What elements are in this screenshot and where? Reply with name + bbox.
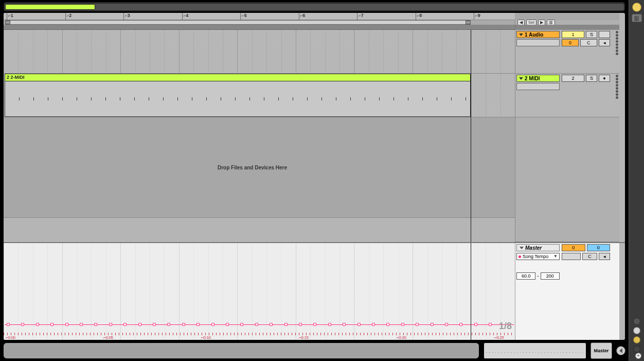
arrangement-view-button[interactable]: |||	[632, 14, 642, 22]
time-ruler-label: ⌐0:20	[397, 335, 406, 340]
horizontal-scrollbar[interactable]	[3, 342, 479, 359]
automation-breakpoint[interactable]	[328, 323, 331, 326]
automation-breakpoint[interactable]	[270, 323, 273, 326]
automation-param-label: Song Tempo	[523, 253, 548, 260]
tempo-max-field[interactable]: 200	[541, 272, 560, 280]
arrangement-overview[interactable]	[3, 2, 625, 12]
track-header-midi[interactable]: 2 MIDI 2 S ●	[515, 74, 619, 117]
midi-clip[interactable]: 2 2-MIDI	[5, 74, 471, 81]
automation-breakpoint[interactable]	[372, 323, 375, 326]
tempo-dash: -	[537, 272, 539, 280]
track-arm-button[interactable]: ●	[599, 75, 610, 82]
track-name-label: 2 MIDI	[525, 76, 540, 81]
automation-breakpoint[interactable]	[153, 323, 156, 326]
time-ruler-label: ⌐0:05	[103, 335, 113, 340]
mixer-button[interactable]	[633, 336, 640, 343]
master-track-header[interactable]: Master	[516, 244, 560, 251]
automation-breakpoint[interactable]	[255, 323, 258, 326]
automation-breakpoint[interactable]	[109, 323, 112, 326]
automation-breakpoint[interactable]	[138, 323, 141, 326]
track-send-a[interactable]: 0	[562, 39, 579, 46]
track-activator[interactable]: 1	[562, 31, 584, 38]
track-title-audio[interactable]: 1 Audio	[516, 31, 560, 38]
automation-breakpoint[interactable]	[36, 323, 39, 326]
automation-breakpoint[interactable]	[313, 323, 316, 326]
drop-area[interactable]: Drop Files and Devices Here	[4, 117, 515, 218]
track-title-midi[interactable]: 2 MIDI	[516, 75, 560, 82]
automation-breakpoint[interactable]	[431, 323, 434, 326]
automation-breakpoint[interactable]	[240, 323, 243, 326]
track-meter	[615, 31, 618, 55]
master-cue-blank[interactable]	[562, 253, 581, 260]
automation-breakpoint[interactable]	[80, 323, 83, 326]
midi-clip-body[interactable]	[5, 81, 471, 117]
chevron-down-icon: ▼	[553, 253, 558, 260]
track-lane-midi[interactable]: 2 2-MIDI	[4, 74, 515, 117]
track-meter	[615, 75, 618, 99]
track-input-field[interactable]	[516, 83, 560, 90]
track-activator[interactable]: 2	[562, 75, 584, 82]
automation-breakpoint[interactable]	[50, 323, 53, 326]
automation-breakpoint[interactable]	[284, 323, 288, 326]
automation-breakpoint[interactable]	[489, 323, 492, 326]
automation-breakpoint[interactable]	[167, 323, 170, 326]
master-label: Master	[525, 245, 542, 251]
automation-breakpoint[interactable]	[343, 323, 346, 326]
automation-breakpoint[interactable]	[123, 323, 127, 326]
track-header-audio[interactable]: 1 Audio 1 S 0 C ◂	[515, 30, 619, 74]
automation-breakpoint[interactable]	[357, 323, 361, 326]
return-button[interactable]	[633, 327, 640, 334]
automation-breakpoint[interactable]	[196, 323, 200, 326]
track-solo-button[interactable]: S	[586, 75, 597, 82]
zoom-indicator: 1/8	[499, 321, 512, 332]
track-cue[interactable]: C	[580, 39, 597, 46]
track-solo-button[interactable]: S	[586, 31, 597, 38]
automation-breakpoint[interactable]	[445, 323, 448, 326]
master-send-b[interactable]: 0	[587, 244, 611, 251]
track-arm-button[interactable]	[599, 31, 610, 38]
time-ruler[interactable]: ⌐0:00⌐0:05⌐0:10⌐0:15⌐0:20⌐0:25	[4, 333, 515, 340]
automation-breakpoint[interactable]	[65, 323, 68, 326]
automation-breakpoint[interactable]	[474, 323, 477, 326]
track-fold-icon[interactable]	[520, 247, 524, 249]
automation-breakpoint[interactable]	[386, 323, 389, 326]
loop-bracket-lane[interactable]	[4, 20, 515, 25]
master-output-meter	[484, 342, 586, 359]
automation-breakpoint[interactable]	[211, 323, 214, 326]
session-view-button[interactable]	[632, 3, 641, 12]
track-fold-icon[interactable]	[519, 33, 523, 36]
time-ruler-label: ⌐0:10	[201, 335, 211, 340]
automation-breakpoint[interactable]	[226, 323, 229, 326]
delay-button[interactable]	[633, 346, 640, 353]
io-button[interactable]	[633, 318, 640, 325]
automation-lane[interactable]: 1/8 ⌐0:00⌐0:05⌐0:10⌐0:15⌐0:20⌐0:25	[4, 243, 515, 340]
playhead-automation	[471, 243, 471, 340]
automation-breakpoint[interactable]	[401, 323, 404, 326]
track-fold-icon[interactable]	[519, 77, 523, 80]
tempo-min-field[interactable]: 60.0	[516, 272, 535, 280]
automation-breakpoint[interactable]	[182, 323, 185, 326]
automation-breakpoint[interactable]	[459, 323, 462, 326]
automation-breakpoint[interactable]	[416, 323, 419, 326]
track-cue-arrow[interactable]: ◂	[599, 39, 610, 46]
automation-breakpoint[interactable]	[299, 323, 302, 326]
track-input-field[interactable]	[516, 39, 560, 46]
track-name-label: 1 Audio	[525, 32, 543, 38]
master-cue[interactable]: C	[582, 253, 597, 260]
master-send-a[interactable]: 0	[562, 244, 585, 251]
drop-area-label: Drop Files and Devices Here	[218, 165, 287, 170]
master-cue-arrow[interactable]: ◂	[599, 253, 610, 260]
automation-param-dropdown[interactable]: Song Tempo ▼	[516, 253, 560, 260]
time-ruler-label: ⌐0:00	[6, 335, 15, 340]
track-lane-audio[interactable]	[4, 30, 515, 74]
master-button[interactable]: Master	[591, 342, 612, 359]
loop-brace[interactable]	[5, 20, 471, 25]
automation-breakpoint[interactable]	[7, 323, 10, 326]
automation-breakpoint[interactable]	[94, 323, 97, 326]
automation-breakpoint[interactable]	[21, 323, 24, 326]
bar-beat-ruler[interactable]: ⌐1⌐2⌐3⌐4⌐5⌐6⌐7⌐8⌐9	[4, 13, 515, 20]
overview-loop-region[interactable]	[5, 4, 95, 10]
detail-view-toggle[interactable]	[616, 346, 625, 355]
playhead[interactable]	[471, 30, 471, 242]
time-ruler-label: ⌐0:15	[299, 335, 309, 340]
